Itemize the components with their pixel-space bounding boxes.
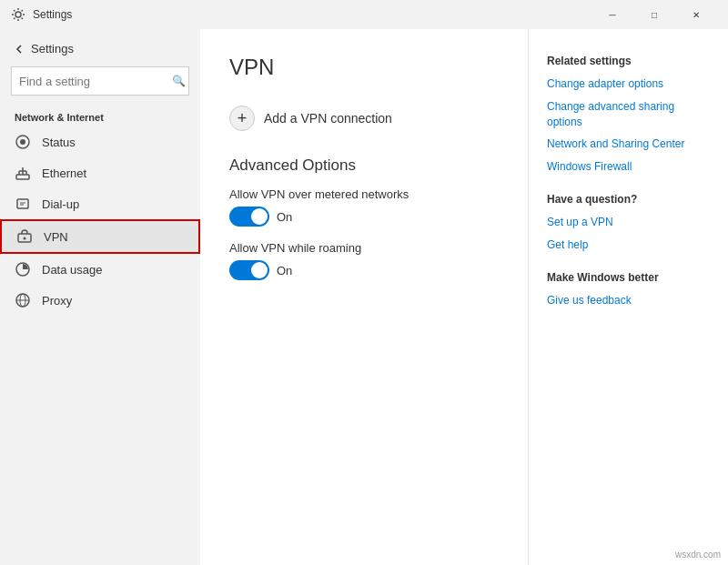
link-change-adapter[interactable]: Change adapter options	[547, 76, 710, 92]
sidebar-item-vpn-label: VPN	[44, 230, 68, 244]
toggle-roaming-wrap: On	[229, 260, 499, 280]
search-input[interactable]	[19, 75, 172, 88]
sidebar-item-vpn[interactable]: VPN	[0, 219, 200, 254]
search-icon: 🔍	[172, 75, 186, 87]
make-windows-better-section: Make Windows better Give us feedback	[547, 271, 710, 308]
sidebar-item-status-label: Status	[42, 136, 76, 149]
page-title: VPN	[229, 55, 499, 80]
svg-point-2	[20, 139, 25, 145]
content-area: VPN + Add a VPN connection Advanced Opti…	[200, 29, 528, 565]
title-bar-controls: ─ □ ✕	[592, 0, 717, 29]
sidebar-item-data-usage[interactable]: Data usage	[0, 254, 200, 285]
have-a-question-section: Have a question? Set up a VPN Get help	[547, 193, 710, 253]
link-windows-firewall[interactable]: Windows Firewall	[547, 159, 710, 175]
add-vpn-label: Add a VPN connection	[264, 111, 392, 126]
title-bar-left: Settings	[11, 7, 592, 22]
search-box[interactable]: 🔍	[11, 66, 189, 96]
toggle-roaming-switch[interactable]	[229, 260, 269, 280]
settings-app-icon	[11, 7, 25, 22]
add-vpn-plus-icon: +	[229, 106, 255, 131]
title-bar: Settings ─ □ ✕	[0, 0, 728, 29]
toggle-roaming-row: Allow VPN while roaming On	[229, 241, 499, 280]
link-give-feedback[interactable]: Give us feedback	[547, 293, 710, 308]
sidebar-item-status[interactable]: Status	[0, 126, 200, 157]
toggle-metered-wrap: On	[229, 207, 499, 227]
sidebar-section-label: Network & Internet	[0, 101, 200, 126]
toggle-metered-switch[interactable]	[229, 207, 269, 227]
have-a-question-title: Have a question?	[547, 193, 710, 206]
back-arrow-icon	[15, 45, 24, 54]
related-settings-title: Related settings	[547, 55, 710, 67]
svg-rect-9	[17, 199, 28, 208]
vpn-icon	[16, 228, 33, 245]
maximize-button[interactable]: □	[633, 0, 675, 29]
svg-point-13	[24, 237, 26, 240]
svg-point-0	[15, 12, 21, 17]
sidebar: Settings 🔍 Network & Internet Status	[0, 29, 200, 565]
sidebar-item-dialup-label: Dial-up	[42, 197, 79, 211]
title-bar-title: Settings	[33, 8, 72, 21]
svg-rect-3	[16, 175, 29, 179]
sidebar-back-button[interactable]: Settings	[0, 36, 200, 61]
sidebar-item-dialup[interactable]: Dial-up	[0, 188, 200, 219]
advanced-options-heading: Advanced Options	[229, 156, 499, 175]
right-panel: Related settings Change adapter options …	[528, 29, 728, 565]
watermark: wsxdn.com	[675, 550, 721, 560]
sidebar-item-ethernet[interactable]: Ethernet	[0, 157, 200, 188]
link-network-sharing-center[interactable]: Network and Sharing Center	[547, 136, 710, 152]
ethernet-icon	[15, 165, 31, 181]
toggle-metered-state: On	[277, 210, 292, 224]
link-get-help[interactable]: Get help	[547, 237, 710, 253]
toggle-metered-label: Allow VPN over metered networks	[229, 187, 499, 201]
toggle-roaming-state: On	[277, 264, 292, 277]
sidebar-back-label: Settings	[31, 42, 74, 55]
sidebar-item-proxy-label: Proxy	[42, 294, 72, 308]
sidebar-item-ethernet-label: Ethernet	[42, 166, 86, 180]
datausage-icon	[15, 261, 31, 277]
status-icon	[15, 134, 31, 150]
minimize-button[interactable]: ─	[592, 0, 633, 29]
add-vpn-button[interactable]: + Add a VPN connection	[229, 102, 499, 135]
sidebar-item-proxy[interactable]: Proxy	[0, 285, 200, 316]
main-container: Settings 🔍 Network & Internet Status	[0, 29, 728, 565]
toggle-metered-row: Allow VPN over metered networks On	[229, 187, 499, 227]
sidebar-item-datausage-label: Data usage	[42, 263, 103, 277]
close-button[interactable]: ✕	[675, 0, 717, 29]
make-windows-better-title: Make Windows better	[547, 271, 710, 284]
toggle-roaming-label: Allow VPN while roaming	[229, 241, 499, 255]
proxy-icon	[15, 292, 31, 308]
link-set-up-vpn[interactable]: Set up a VPN	[547, 215, 710, 230]
dialup-icon	[15, 196, 31, 212]
link-change-advanced-sharing[interactable]: Change advanced sharing options	[547, 99, 710, 130]
